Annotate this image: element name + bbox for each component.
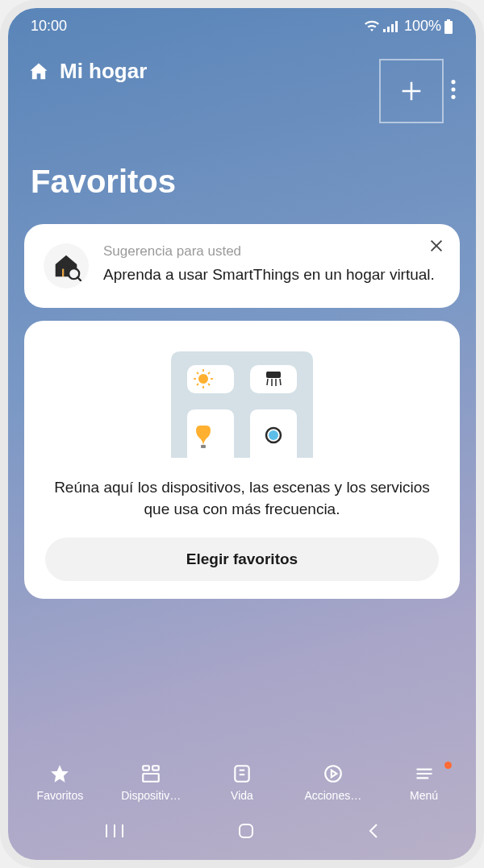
svg-rect-51	[240, 824, 252, 837]
home-icon	[27, 60, 50, 83]
life-icon	[232, 763, 252, 784]
svg-rect-11	[62, 269, 64, 277]
svg-rect-30	[266, 372, 281, 378]
svg-line-31	[267, 379, 268, 385]
svg-point-13	[69, 269, 77, 277]
svg-rect-3	[395, 21, 398, 32]
phone-frame: 10:00 100% Mi hogar Favoritos	[0, 0, 484, 868]
svg-line-34	[280, 379, 281, 385]
recents-icon	[104, 823, 125, 839]
svg-rect-1	[387, 27, 390, 32]
svg-rect-35	[201, 445, 206, 448]
home-nav-icon	[236, 821, 256, 841]
svg-line-14	[77, 277, 81, 280]
svg-rect-38	[143, 766, 149, 770]
menu-icon	[414, 763, 435, 784]
status-indicators: 100%	[364, 18, 453, 35]
more-button[interactable]	[450, 70, 457, 112]
nav-label: Menú	[410, 789, 438, 802]
battery-icon	[444, 19, 453, 34]
status-bar: 10:00 100%	[8, 8, 476, 35]
grid-icon	[140, 763, 161, 784]
favorites-empty-card: Reúna aquí los dispositivos, las escenas…	[24, 321, 460, 599]
svg-rect-0	[383, 29, 386, 32]
close-suggestion-button[interactable]	[428, 237, 445, 258]
wifi-icon	[364, 20, 380, 33]
recents-button[interactable]	[104, 823, 125, 842]
nav-label: Favoritos	[37, 789, 84, 802]
nav-life[interactable]: Vida	[197, 763, 288, 802]
svg-point-21	[198, 374, 208, 384]
svg-rect-5	[444, 21, 453, 34]
app-header: Mi hogar	[8, 35, 476, 123]
bottom-navigation: Favoritos Dispositiv… Vida Acciones… Men…	[8, 752, 476, 808]
nav-label: Vida	[231, 789, 253, 802]
back-button[interactable]	[367, 821, 380, 844]
header-left[interactable]: Mi hogar	[27, 59, 147, 84]
plus-icon	[398, 77, 425, 105]
svg-rect-39	[152, 766, 159, 770]
suggestion-icon-wrap	[44, 243, 89, 289]
house-search-icon	[51, 251, 81, 281]
svg-rect-19	[187, 417, 234, 458]
svg-rect-4	[447, 19, 450, 21]
nav-label: Acciones…	[304, 789, 361, 802]
svg-rect-40	[143, 774, 159, 782]
svg-rect-18	[250, 365, 297, 393]
header-title: Mi hogar	[60, 59, 147, 84]
svg-point-8	[451, 80, 455, 84]
choose-favorites-button[interactable]: Elegir favoritos	[45, 538, 439, 581]
play-circle-icon	[323, 763, 344, 784]
system-navigation	[8, 808, 476, 860]
header-actions	[379, 59, 457, 123]
signal-icon	[382, 20, 398, 33]
nav-favorites[interactable]: Favoritos	[15, 763, 106, 802]
content-area: Sugerencia para usted Aprenda a usar Sma…	[8, 224, 476, 752]
suggestion-text: Sugerencia para usted Aprenda a usar Sma…	[103, 243, 440, 285]
svg-point-44	[325, 766, 341, 782]
status-time: 10:00	[31, 18, 67, 35]
suggestion-description: Aprenda a usar SmartThings en un hogar v…	[103, 264, 440, 285]
battery-percent: 100%	[404, 18, 441, 35]
nav-devices[interactable]: Dispositiv…	[106, 763, 197, 802]
nav-routines[interactable]: Acciones…	[287, 763, 378, 802]
close-icon	[428, 237, 445, 255]
favorites-illustration	[137, 345, 347, 458]
svg-point-10	[451, 95, 455, 99]
notification-dot	[444, 762, 452, 769]
suggestion-label: Sugerencia para usted	[103, 243, 440, 260]
svg-point-37	[269, 430, 278, 440]
suggestion-card[interactable]: Sugerencia para usted Aprenda a usar Sma…	[24, 224, 460, 308]
svg-rect-2	[391, 24, 394, 32]
svg-point-9	[451, 87, 455, 91]
add-button[interactable]	[379, 59, 444, 123]
nav-menu[interactable]: Menú	[378, 763, 469, 802]
favorites-description: Reúna aquí los dispositivos, las escenas…	[45, 477, 439, 520]
home-button[interactable]	[236, 821, 256, 844]
more-vertical-icon	[450, 78, 457, 101]
star-icon	[49, 763, 70, 784]
nav-label: Dispositiv…	[121, 789, 181, 802]
back-icon	[367, 821, 380, 841]
page-title: Favoritos	[8, 123, 476, 224]
